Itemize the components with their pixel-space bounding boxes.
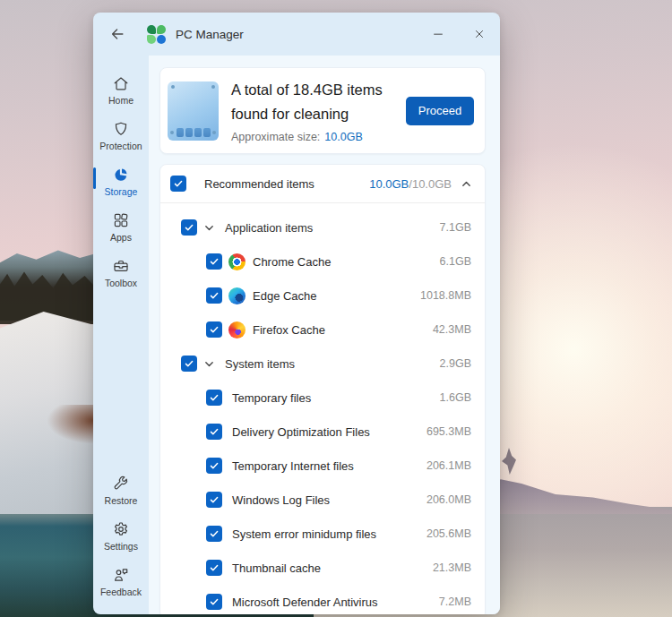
proceed-button[interactable]: Proceed [406,97,474,125]
checkmark-icon [184,358,194,369]
cleanup-item-row[interactable]: Chrome Cache6.1GB [160,244,485,279]
expand-chevron-down-icon[interactable] [203,358,215,370]
sidebar-item-toolbox[interactable]: Toolbox [93,251,149,294]
pc-manager-window: PC Manager HomeProtectionStorageAppsTool… [93,13,500,614]
total-size: 10.0GB [412,177,452,191]
checkmark-icon [209,290,220,301]
item-size: 1.6GB [440,391,471,404]
checkmark-icon [209,596,220,607]
checkbox[interactable] [206,253,222,270]
checkbox[interactable] [206,492,222,508]
checkmark-icon [209,460,220,471]
group-size: 2.9GB [440,357,471,370]
sidebar-main-nav: HomeProtectionStorageAppsToolbox [93,68,149,296]
summary-text: A total of 18.4GB items found for cleani… [231,78,406,143]
checkbox[interactable] [206,560,222,576]
storage-page: A total of 18.4GB items found for cleani… [149,56,500,614]
item-label: Windows Log Files [232,493,330,507]
minimize-button[interactable] [418,13,459,56]
item-size: 7.2MB [439,596,471,608]
desktop-wallpaper: PC Manager HomeProtectionStorageAppsTool… [0,0,672,617]
checkmark-icon [209,426,220,437]
sidebar-item-restore[interactable]: Restore [93,468,149,511]
pie-chart-icon [112,166,130,184]
checkmark-icon [209,256,220,267]
window-controls [418,13,500,56]
sidebar-item-label: Restore [105,495,138,506]
item-size: 206.1MB [426,459,471,472]
sidebar-item-apps[interactable]: Apps [93,205,149,248]
sidebar-footer-nav: RestoreSettingsFeedback [93,468,149,614]
cleanup-item-row[interactable]: System error minidump files205.6MB [160,517,485,551]
sidebar-item-label: Feedback [100,587,142,597]
sidebar-item-feedback[interactable]: Feedback [93,560,149,603]
cleanup-group-row[interactable]: System items2.9GB [160,347,485,381]
sidebar-item-storage[interactable]: Storage [93,159,149,202]
group-label: Application items [225,221,313,235]
cleanup-item-row[interactable]: Thumbnail cache21.3MB [160,551,485,585]
item-size: 205.6MB [426,527,471,540]
checkbox[interactable] [206,594,222,610]
checkmark-icon [209,562,220,573]
summary-card: A total of 18.4GB items found for cleani… [159,67,486,154]
shield-icon [112,120,130,138]
sidebar-item-label: Protection [99,141,142,151]
checkbox[interactable] [206,321,222,338]
item-label: System error minidump files [232,527,376,541]
recommended-items-checkbox[interactable] [170,176,186,192]
checkmark-icon [209,324,220,335]
cleanup-item-row[interactable]: Temporary files1.6GB [160,381,485,415]
feedback-icon [112,566,130,584]
group-label: System items [225,357,295,371]
checkmark-icon [209,494,220,505]
item-label: Chrome Cache [253,255,331,269]
close-icon [473,28,486,40]
drive-icon [168,81,219,141]
item-label: Temporary Internet files [232,459,354,473]
cleanup-card: Recommended items 10.0GB / 10.0GB [159,164,486,614]
pc-manager-logo-icon [147,25,166,44]
apps-grid-icon [112,211,130,229]
summary-headline: A total of 18.4GB items found for cleani… [231,78,406,126]
sidebar-item-label: Storage [105,186,138,197]
cleanup-item-row[interactable]: Temporary Internet files206.1MB [160,449,485,483]
checkbox[interactable] [181,219,197,236]
sidebar-item-protection[interactable]: Protection [93,114,149,157]
cleanup-item-row[interactable]: Windows Log Files206.0MB [160,483,485,517]
checkbox[interactable] [206,424,222,440]
checkbox[interactable] [206,287,222,304]
collapse-chevron-up-icon[interactable] [461,178,472,190]
item-label: Delivery Optimization Files [232,425,370,439]
cleanup-item-row[interactable]: Firefox Cache42.3MB [160,313,485,347]
cleanup-list: Application items7.1GBChrome Cache6.1GBE… [160,203,485,614]
cleanup-group-row[interactable]: Application items7.1GB [160,210,485,244]
item-size: 42.3MB [433,323,471,336]
cleanup-item-row[interactable]: Delivery Optimization Files695.3MB [160,415,485,449]
sidebar-item-settings[interactable]: Settings [93,514,149,557]
firefox-icon [228,321,246,338]
recommended-items-header[interactable]: Recommended items 10.0GB / 10.0GB [160,165,485,203]
edge-icon [228,287,246,304]
group-size: 7.1GB [440,221,471,234]
window-title: PC Manager [176,28,244,41]
close-button[interactable] [459,13,500,56]
checkmark-icon [184,222,194,233]
checkbox[interactable] [206,458,222,474]
sidebar-item-home[interactable]: Home [93,68,149,111]
approx-size-row: Approximate size:10.0GB [231,131,406,143]
cleanup-item-row[interactable]: Microsoft Defender Antivirus7.2MB [160,585,485,614]
checkbox[interactable] [206,390,222,406]
checkbox[interactable] [206,526,222,542]
home-icon [112,74,130,92]
item-size: 206.0MB [426,493,471,506]
recommended-items-label: Recommended items [204,177,314,191]
item-size: 21.3MB [433,561,471,574]
cleanup-item-row[interactable]: Edge Cache1018.8MB [160,279,485,313]
sidebar-item-label: Apps [110,232,132,243]
checkmark-icon [209,392,220,403]
back-arrow-icon [109,26,125,42]
checkbox[interactable] [181,356,197,372]
back-button[interactable] [108,25,126,43]
item-label: Temporary files [232,391,311,405]
expand-chevron-down-icon[interactable] [203,222,215,234]
